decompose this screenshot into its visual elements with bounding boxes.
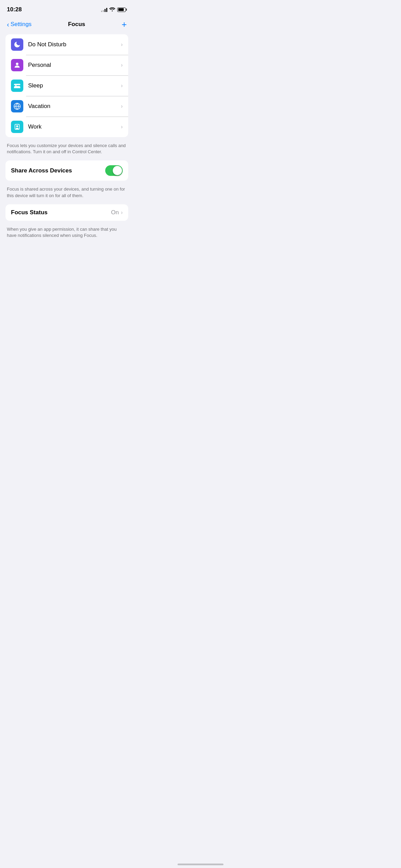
wifi-icon: [109, 7, 115, 12]
focus-status-row[interactable]: Focus Status On ›: [5, 204, 128, 221]
chevron-right-icon: ›: [121, 41, 123, 48]
share-toggle[interactable]: [105, 165, 123, 176]
svg-rect-1: [15, 85, 17, 86]
svg-point-5: [16, 125, 18, 127]
status-icons: [101, 7, 127, 12]
chevron-right-icon: ›: [121, 124, 123, 130]
add-button[interactable]: +: [122, 20, 127, 29]
chevron-right-icon: ›: [121, 83, 123, 89]
dnd-label: Do Not Disturb: [28, 41, 121, 48]
share-description: Focus is shared across your devices, and…: [5, 183, 128, 204]
focus-status-card: Focus Status On ›: [5, 204, 128, 221]
battery-icon: [117, 8, 127, 12]
signal-icon: [101, 7, 107, 12]
chevron-right-icon: ›: [121, 103, 123, 109]
back-button[interactable]: ‹ Settings: [7, 21, 32, 28]
sleep-label: Sleep: [28, 82, 121, 89]
main-content: Do Not Disturb › Personal ›: [0, 34, 134, 244]
focus-item-sleep[interactable]: Sleep ›: [5, 75, 128, 96]
share-label: Share Across Devices: [11, 167, 72, 174]
focus-item-vacation[interactable]: Vacation ›: [5, 96, 128, 117]
focus-item-personal[interactable]: Personal ›: [5, 55, 128, 75]
focus-status-value: On: [111, 209, 119, 216]
personal-icon: [11, 59, 23, 71]
dnd-icon: [11, 38, 23, 51]
vacation-icon: [11, 100, 23, 112]
svg-point-0: [16, 63, 18, 65]
focus-list-card: Do Not Disturb › Personal ›: [5, 34, 128, 137]
page-title: Focus: [68, 21, 85, 28]
focus-description: Focus lets you customize your devices an…: [5, 140, 128, 160]
chevron-right-icon: ›: [121, 62, 123, 68]
nav-header: ‹ Settings Focus +: [0, 17, 134, 34]
back-label: Settings: [11, 21, 32, 28]
toggle-knob: [113, 166, 122, 175]
focus-item-do-not-disturb[interactable]: Do Not Disturb ›: [5, 34, 128, 55]
back-chevron-icon: ‹: [7, 21, 9, 28]
focus-status-description: When you give an app permission, it can …: [5, 224, 128, 244]
status-bar: 10:28: [0, 0, 134, 17]
focus-status-label: Focus Status: [11, 209, 111, 216]
work-icon: [11, 121, 23, 133]
personal-label: Personal: [28, 62, 121, 69]
sleep-icon: [11, 80, 23, 92]
work-label: Work: [28, 123, 121, 130]
share-across-devices-card: Share Across Devices: [5, 160, 128, 181]
status-time: 10:28: [7, 6, 22, 13]
chevron-right-icon: ›: [121, 209, 123, 216]
focus-item-work[interactable]: Work ›: [5, 117, 128, 137]
vacation-label: Vacation: [28, 103, 121, 110]
